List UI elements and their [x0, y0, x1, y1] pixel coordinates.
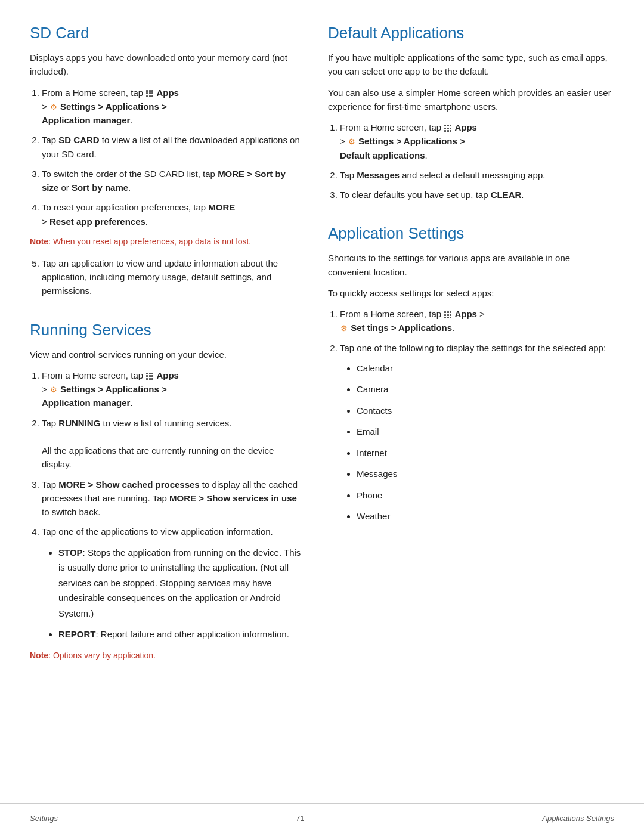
app-settings-step-1: From a Home screen, tap Apps > ⚙ Set tin…	[340, 307, 614, 335]
messages-bold: Messages	[357, 170, 400, 180]
running-bold-3: MORE > Show services in use	[169, 493, 297, 503]
running-bullets: STOP: Stops the application from running…	[58, 545, 304, 642]
apps-label-4: Apps	[454, 309, 477, 319]
settings-icon-3: ⚙	[348, 136, 355, 148]
bullet-contacts: Contacts	[357, 403, 614, 419]
settings-icon-4: ⚙	[340, 323, 348, 335]
running-step-3: Tap MORE > Show cached processes to disp…	[42, 478, 304, 519]
note-label-2: Note	[30, 651, 48, 660]
sd-card-step5-list: Tap an application to view and update in…	[42, 256, 304, 298]
sd-card-steps: From a Home screen, tap Apps > ⚙ Setting…	[42, 86, 304, 228]
settings-icon-2: ⚙	[50, 384, 57, 396]
running-bold-1: RUNNING	[58, 418, 100, 428]
running-bullet-stop: STOP: Stops the application from running…	[58, 545, 304, 621]
bullet-phone: Phone	[357, 488, 614, 503]
default-step-2: Tap Messages and select a default messag…	[340, 168, 614, 182]
app-settings-step-2: Tap one of the following to display the …	[340, 341, 614, 524]
sd-card-bold-3: Sort by name	[72, 182, 128, 193]
default-step-3: To clear defaults you have set up, tap C…	[340, 188, 614, 202]
bullet-email: Email	[357, 424, 614, 439]
default-apps-para2: You can also use a simpler Home screen w…	[328, 86, 614, 114]
app-settings-steps: From a Home screen, tap Apps > ⚙ Set tin…	[340, 307, 614, 524]
app-manager-1: Application manager	[42, 115, 130, 125]
apps-icon-4	[444, 311, 451, 318]
running-services-intro: View and control services running on you…	[30, 348, 304, 361]
sd-card-title: SD Card	[30, 24, 304, 42]
settings-path-3: Settings > Applications >	[358, 136, 465, 146]
sd-card-step-4: To reset your application preferences, t…	[42, 200, 304, 228]
bullet-internet: Internet	[357, 445, 614, 461]
app-settings-title: Application Settings	[328, 224, 614, 243]
app-settings-bullets: Calendar Camera Contacts Email Internet …	[357, 361, 614, 524]
app-settings-intro: Shortcuts to the settings for various ap…	[328, 251, 614, 279]
sd-card-bold-1: SD CARD	[58, 135, 99, 145]
bullet-camera: Camera	[357, 382, 614, 397]
report-label: REPORT	[58, 629, 96, 639]
sd-card-step-5: Tap an application to view and update in…	[42, 256, 304, 298]
footer-right: Applications Settings	[542, 814, 614, 823]
default-applications-section: Default Applications If you have multipl…	[328, 24, 614, 202]
settings-path-2: Settings > Applications >	[60, 384, 167, 394]
apps-icon-2	[146, 373, 153, 380]
running-services-steps: From a Home screen, tap Apps > ⚙ Setting…	[42, 368, 304, 642]
sd-card-step-3: To switch the order of the SD CARD list,…	[42, 167, 304, 195]
footer-page-number: 71	[296, 814, 304, 823]
bullet-weather: Weather	[357, 509, 614, 524]
default-apps-path: Default applications	[340, 150, 425, 160]
sd-card-step-2: Tap SD CARD to view a list of all the do…	[42, 133, 304, 161]
sd-card-section: SD Card Displays apps you have downloade…	[30, 24, 304, 298]
sd-card-bold-4: MORE	[208, 202, 235, 212]
sd-card-step-1: From a Home screen, tap Apps > ⚙ Setting…	[42, 86, 304, 128]
running-step-2: Tap RUNNING to view a list of running se…	[42, 416, 304, 472]
settings-path-1: Settings > Applications >	[60, 101, 167, 112]
settings-icon-1: ⚙	[50, 101, 57, 113]
clear-bold: CLEAR	[491, 190, 522, 200]
application-settings-section: Application Settings Shortcuts to the se…	[328, 224, 614, 524]
running-bullet-report: REPORT: Report failure and other applica…	[58, 627, 304, 642]
bullet-calendar: Calendar	[357, 361, 614, 376]
app-settings-para2: To quickly access settings for select ap…	[328, 286, 614, 300]
default-step-1: From a Home screen, tap Apps > ⚙ Setting…	[340, 120, 614, 162]
page-footer: Settings 71 Applications Settings	[0, 803, 644, 833]
bullet-messages: Messages	[357, 466, 614, 482]
footer-left: Settings	[30, 814, 58, 823]
settings-path-4: Set tings > Applications	[351, 323, 452, 333]
default-apps-para1: If you have multiple applications of the…	[328, 51, 614, 79]
default-apps-steps: From a Home screen, tap Apps > ⚙ Setting…	[340, 120, 614, 202]
sd-card-bold-5: Reset app preferences	[49, 216, 145, 227]
running-services-title: Running Services	[30, 321, 304, 339]
running-bold-2: MORE > Show cached processes	[58, 479, 199, 490]
apps-icon-3	[444, 125, 451, 132]
running-services-section: Running Services View and control servic…	[30, 321, 304, 662]
running-step-4: Tap one of the applications to view appl…	[42, 525, 304, 642]
left-column: SD Card Displays apps you have downloade…	[30, 24, 304, 751]
apps-label-3: Apps	[454, 122, 477, 132]
sd-card-note: Note: When you reset app preferences, ap…	[30, 236, 304, 248]
right-column: Default Applications If you have multipl…	[328, 24, 614, 751]
app-manager-2: Application manager	[42, 398, 130, 408]
default-apps-title: Default Applications	[328, 24, 614, 42]
apps-label-2: Apps	[156, 370, 179, 380]
note-label-1: Note	[30, 237, 48, 246]
apps-label-1: Apps	[156, 88, 179, 98]
sd-card-intro: Displays apps you have downloaded onto y…	[30, 51, 304, 79]
apps-icon-1	[146, 90, 153, 97]
stop-label: STOP	[58, 547, 83, 558]
running-note: Note: Options vary by application.	[30, 649, 304, 662]
running-step-1: From a Home screen, tap Apps > ⚙ Setting…	[42, 368, 304, 410]
